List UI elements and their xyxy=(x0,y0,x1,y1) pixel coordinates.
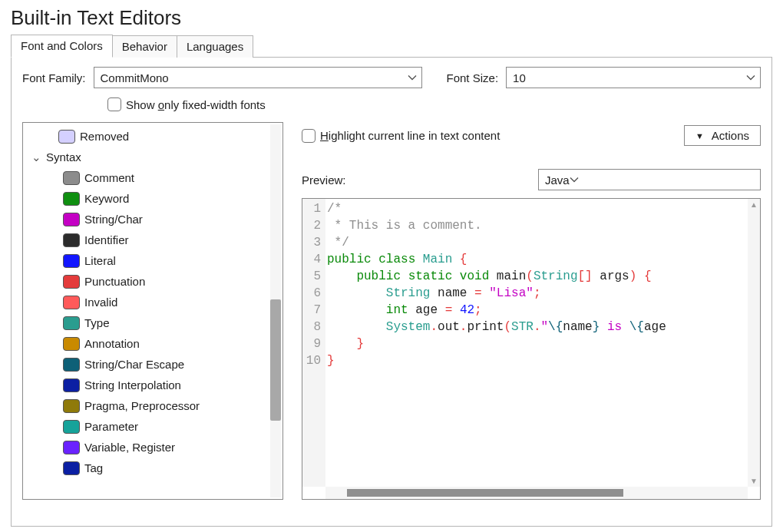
chevron-down-icon xyxy=(746,74,755,81)
color-swatch xyxy=(63,233,80,247)
scroll-down-icon: ▼ xyxy=(750,477,758,485)
tree-item-label: Identifier xyxy=(84,233,129,246)
preview-label: Preview: xyxy=(302,173,346,187)
line-number: 4 xyxy=(302,251,321,268)
color-swatch xyxy=(63,213,80,226)
tree-item-label: Literal xyxy=(84,254,116,267)
tree-item[interactable]: Keyword xyxy=(28,188,282,209)
code-line: * This is a comment. xyxy=(327,217,748,234)
color-swatch xyxy=(63,296,80,309)
preview-language-select[interactable]: Java xyxy=(538,169,761,190)
color-swatch xyxy=(63,192,80,206)
line-number: 9 xyxy=(302,335,321,352)
tree-item[interactable]: Invalid xyxy=(28,292,282,312)
color-swatch xyxy=(63,399,80,413)
font-family-label: Font Family: xyxy=(22,71,86,84)
color-swatch xyxy=(63,378,80,392)
font-colors-panel: Font Family: CommitMono Font Size: 10 Sh… xyxy=(11,57,772,527)
preview-editor: 12345678910 /* * This is a comment. */pu… xyxy=(302,198,761,500)
code-line: } xyxy=(327,335,748,352)
editor-vscroll[interactable]: ▲ ▼ xyxy=(748,199,760,487)
line-number: 7 xyxy=(302,302,321,319)
tree-item-label: String/Char Escape xyxy=(84,358,184,371)
tree-item[interactable]: Punctuation xyxy=(28,271,282,292)
color-swatch xyxy=(63,171,80,185)
line-number: 10 xyxy=(302,352,321,369)
color-swatch xyxy=(63,441,80,454)
editor-hscroll-thumb[interactable] xyxy=(347,489,623,497)
syntax-tree: Removed⌄SyntaxCommentKeywordString/CharI… xyxy=(22,122,283,500)
tree-item[interactable]: Pragma, Preprocessor xyxy=(28,395,282,416)
preview-language-value: Java xyxy=(545,173,570,187)
tree-item[interactable]: Type xyxy=(28,312,282,333)
show-fixed-width-checkbox[interactable] xyxy=(107,97,121,111)
actions-button[interactable]: ▼ Actions xyxy=(684,125,761,146)
line-number: 8 xyxy=(302,319,321,335)
editor-hscroll[interactable] xyxy=(325,487,748,499)
page-title: Built-in Text Editors xyxy=(11,6,772,30)
code-line: public class Main { xyxy=(327,251,748,268)
font-size-label: Font Size: xyxy=(447,71,499,84)
line-number: 5 xyxy=(302,268,321,285)
tree-item[interactable]: Annotation xyxy=(28,333,282,354)
tree-item-label: Comment xyxy=(84,171,134,184)
line-gutter: 12345678910 xyxy=(302,199,325,487)
color-swatch xyxy=(63,316,80,330)
tree-item[interactable]: String/Char xyxy=(28,209,282,230)
line-number: 2 xyxy=(302,217,321,234)
tree-item[interactable]: Literal xyxy=(28,250,282,271)
font-size-value: 10 xyxy=(513,71,526,84)
scroll-up-icon: ▲ xyxy=(750,200,758,209)
code-line: String name = "Lisa"; xyxy=(327,285,748,302)
color-swatch xyxy=(63,254,80,268)
show-fixed-width-label: Show only fixed-width fonts xyxy=(126,98,266,111)
code-line: int age = 42; xyxy=(327,302,748,319)
chevron-down-icon xyxy=(570,177,579,183)
triangle-down-icon: ▼ xyxy=(695,131,704,140)
tree-item[interactable]: Removed xyxy=(28,126,282,147)
line-number: 6 xyxy=(302,285,321,302)
tree-item-label: Removed xyxy=(80,130,129,143)
tab-languages[interactable]: Languages xyxy=(177,35,253,58)
font-family-select[interactable]: CommitMono xyxy=(94,67,422,88)
color-swatch xyxy=(58,130,75,144)
tree-item-label: String/Char xyxy=(84,213,143,226)
tree-item[interactable]: Identifier xyxy=(28,230,282,250)
line-number: 1 xyxy=(302,200,321,217)
color-swatch xyxy=(63,358,80,372)
tree-item-label: Pragma, Preprocessor xyxy=(84,399,200,412)
tree-group-syntax[interactable]: ⌄Syntax xyxy=(28,147,282,167)
color-swatch xyxy=(63,275,80,289)
tree-item-label: Type xyxy=(84,316,110,329)
tab-font-colors[interactable]: Font and Colors xyxy=(11,35,113,58)
highlight-current-line-checkbox[interactable] xyxy=(302,129,316,143)
code-line: */ xyxy=(327,234,748,251)
color-swatch xyxy=(63,420,80,434)
line-number: 3 xyxy=(302,234,321,251)
chevron-down-icon: ⌄ xyxy=(31,150,41,164)
tab-strip: Font and Colors Behavior Languages xyxy=(11,35,772,58)
tree-item-label: Tag xyxy=(84,461,103,474)
tree-item[interactable]: String Interpolation xyxy=(28,375,282,395)
code-area: /* * This is a comment. */public class M… xyxy=(327,200,748,487)
code-line: public static void main(String[] args) { xyxy=(327,268,748,285)
tree-item[interactable]: String/Char Escape xyxy=(28,354,282,375)
font-family-value: CommitMono xyxy=(101,71,169,84)
code-line: } xyxy=(327,352,748,369)
highlight-current-line-label: Highlight current line in text content xyxy=(320,129,500,142)
tree-scrollbar-thumb[interactable] xyxy=(270,299,281,421)
tree-item-label: Keyword xyxy=(84,192,129,205)
tree-item-label: Parameter xyxy=(84,420,138,433)
code-line: System.out.print(STR."\{name} is \{age xyxy=(327,319,748,335)
tree-item[interactable]: Variable, Register xyxy=(28,437,282,458)
code-line: /* xyxy=(327,200,748,217)
font-size-select[interactable]: 10 xyxy=(506,67,761,88)
tree-item[interactable]: Comment xyxy=(28,167,282,188)
tree-item[interactable]: Tag xyxy=(28,458,282,478)
tree-item[interactable]: Parameter xyxy=(28,416,282,437)
tree-item-label: Punctuation xyxy=(84,275,145,288)
tree-item-label: Variable, Register xyxy=(84,441,175,454)
tree-item-label: Invalid xyxy=(84,296,117,309)
tab-behavior[interactable]: Behavior xyxy=(112,35,177,58)
chevron-down-icon xyxy=(408,74,417,81)
